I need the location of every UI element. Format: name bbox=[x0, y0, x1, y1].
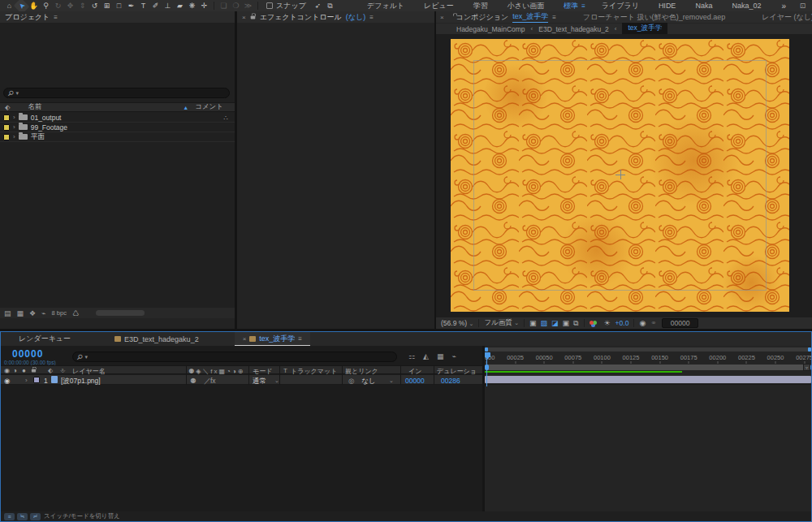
project-row[interactable]: ›平面 bbox=[0, 132, 235, 142]
time-navigator[interactable] bbox=[485, 347, 811, 352]
puppet-pin-tool-icon[interactable]: ✛ bbox=[198, 1, 210, 11]
flowchart-tab[interactable]: フローチャート 扱い(鮮や色)_removed.aep bbox=[583, 12, 726, 23]
comp-marker-button[interactable]: ▿ bbox=[803, 364, 810, 371]
frame-blending-icon[interactable]: ▦ bbox=[437, 352, 444, 360]
timeline-toggle-icon[interactable]: ≒ bbox=[17, 513, 28, 520]
resolution-dropdown[interactable]: フル画質 ⌄ bbox=[484, 318, 519, 328]
item-label-swatch[interactable] bbox=[3, 124, 10, 131]
project-row[interactable]: ›01_output∴ bbox=[0, 113, 235, 123]
composition-tab-label[interactable]: コンポジション bbox=[456, 12, 508, 23]
lock-column-icon[interactable] bbox=[32, 369, 36, 373]
magnification-dropdown[interactable]: (56.9 %) ⌄ bbox=[441, 319, 473, 327]
workspace-tab-ライブラリ[interactable]: ライブラリ bbox=[592, 1, 649, 11]
solo-column-icon[interactable]: ● bbox=[22, 367, 26, 374]
layer-duration-bar[interactable] bbox=[485, 376, 811, 383]
channel-color-icon[interactable] bbox=[590, 320, 599, 326]
close-icon[interactable]: × bbox=[243, 335, 247, 343]
mask-feather-tool-icon[interactable]: ❏ bbox=[218, 1, 230, 11]
snap-options-icon[interactable]: ➶ bbox=[312, 0, 324, 11]
render-queue-tab[interactable]: レンダーキュー bbox=[11, 332, 79, 346]
breadcrumb-item[interactable]: E3D_text_hadegaku_2 bbox=[538, 25, 609, 33]
exposure-icon[interactable]: ☀ bbox=[604, 319, 611, 327]
number-column-icon[interactable]: ⎀ bbox=[60, 367, 65, 375]
workspace-tab-小さい画面[interactable]: 小さい画面 bbox=[498, 1, 554, 11]
workspace-tab-Naka_02[interactable]: Naka_02 bbox=[722, 2, 771, 10]
comp-tab-tex[interactable]: × tex_波手学 ≡ bbox=[235, 332, 310, 346]
project-panel-title[interactable]: プロジェクト bbox=[5, 12, 50, 23]
zoom-tool-icon[interactable]: ⚲ bbox=[40, 1, 52, 11]
text-tool-icon[interactable]: T bbox=[137, 1, 149, 11]
comp-mini-flowchart-icon[interactable]: ⚏ bbox=[408, 352, 415, 360]
timeline-search-input[interactable]: ⚲ ▾ bbox=[72, 352, 397, 362]
motion-blur-icon[interactable]: ⌁ bbox=[452, 352, 456, 360]
comp-tab-e3d[interactable]: E3D_text_hadegaku_2 bbox=[106, 332, 207, 346]
panel-menu-icon[interactable]: ≡ bbox=[552, 14, 556, 21]
mask-visibility-icon[interactable]: ◪ bbox=[551, 319, 559, 328]
search-options-icon[interactable]: ▾ bbox=[16, 90, 19, 97]
layer-duration-value[interactable]: 00286 bbox=[441, 377, 460, 385]
expand-chevron-icon[interactable]: › bbox=[13, 133, 15, 140]
composition-viewer[interactable] bbox=[436, 34, 812, 317]
blend-mode-dropdown[interactable]: 通常 bbox=[253, 377, 266, 386]
layer-expand-chevron[interactable]: › bbox=[25, 377, 28, 384]
parent-pickwhip-icon[interactable]: ◎ bbox=[348, 377, 354, 385]
timeline-toggle-icon[interactable]: ≡ bbox=[4, 513, 15, 520]
composition-tab-comp-name[interactable]: tex_波手学 bbox=[512, 11, 548, 23]
view-layout-icon[interactable]: ⧉ bbox=[573, 319, 578, 328]
always-preview-icon[interactable]: ▣ bbox=[529, 319, 537, 328]
project-row[interactable]: ›99_Footage bbox=[0, 123, 235, 132]
work-area-bar[interactable] bbox=[485, 365, 811, 370]
color-settings-icon[interactable]: ❖ bbox=[29, 309, 36, 317]
brush-tool-icon[interactable]: ✐ bbox=[149, 1, 162, 11]
effect-controls-title[interactable]: エフェクトコントロール bbox=[260, 12, 342, 23]
workspace-tab-レビュー[interactable]: レビュー bbox=[414, 1, 464, 11]
region-of-interest-icon[interactable]: ▣ bbox=[563, 319, 570, 328]
pan-camera-tool-icon[interactable]: ✥ bbox=[64, 1, 76, 11]
close-icon[interactable]: × bbox=[440, 14, 444, 21]
item-label-swatch[interactable] bbox=[3, 114, 10, 121]
name-column-header[interactable]: 名前 bbox=[28, 102, 42, 112]
grid-guides-icon[interactable]: ⧉ bbox=[324, 1, 336, 11]
item-label-swatch[interactable] bbox=[3, 134, 10, 140]
lock-icon[interactable] bbox=[250, 15, 255, 19]
switches-modes-toggle-button[interactable]: スイッチ/モードを切り替え bbox=[44, 512, 120, 520]
clone-stamp-tool-icon[interactable]: ⊥ bbox=[162, 1, 174, 11]
label-column-icon[interactable]: ⬖ bbox=[48, 367, 53, 374]
workspace-tab-HIDE[interactable]: HIDE bbox=[649, 2, 686, 10]
trash-icon[interactable]: ♺ bbox=[72, 309, 79, 317]
layer-name[interactable]: [波07p1.png] bbox=[61, 377, 101, 386]
workspace-search-icon[interactable]: ⊡ bbox=[797, 1, 809, 11]
layer-visibility-icon[interactable]: ◉ bbox=[4, 377, 10, 385]
workspace-tab-デフォルト[interactable]: デフォルト bbox=[357, 1, 414, 11]
time-ruler[interactable]: 0000000025000500007500100001250015000175… bbox=[485, 352, 811, 364]
effects-switch-icon[interactable]: fx bbox=[210, 377, 216, 385]
new-folder-icon[interactable]: ▦ bbox=[17, 309, 24, 317]
panel-menu-icon[interactable]: ≡ bbox=[54, 14, 58, 21]
layer-in-value[interactable]: 00000 bbox=[405, 377, 425, 385]
vertex-tool-icon[interactable]: ❍ bbox=[230, 1, 242, 11]
dolly-camera-tool-icon[interactable]: ⇕ bbox=[76, 1, 89, 11]
video-column-icon[interactable]: ◉ bbox=[4, 367, 10, 374]
comment-column-header[interactable]: コメント bbox=[195, 102, 223, 112]
composition-canvas[interactable] bbox=[451, 39, 789, 312]
expand-chevron-icon[interactable]: › bbox=[13, 123, 15, 131]
breadcrumb-item[interactable]: Hadegaku_MainComp bbox=[456, 25, 525, 33]
audio-column-icon[interactable]: ◑ bbox=[13, 367, 17, 374]
layer-label-swatch[interactable] bbox=[33, 377, 40, 383]
panel-menu-icon[interactable]: ≡ bbox=[298, 335, 302, 343]
navigator-end-handle[interactable] bbox=[808, 347, 811, 352]
shape-tool-icon[interactable]: □ bbox=[113, 1, 125, 11]
matte-t-column-header[interactable]: T bbox=[283, 367, 287, 374]
workspace-menu-icon[interactable]: ≡ bbox=[581, 2, 592, 10]
workspace-tab-Naka[interactable]: Naka bbox=[685, 2, 722, 10]
navigator-start-handle[interactable] bbox=[485, 347, 488, 352]
horizontal-scrollbar[interactable] bbox=[96, 310, 145, 316]
transparency-grid-icon[interactable]: ▨ bbox=[541, 319, 548, 328]
pan-behind-tool-icon[interactable]: ⊞ bbox=[101, 1, 113, 11]
sort-ascending-icon[interactable]: ▲ bbox=[183, 105, 188, 110]
timeline-toggle-icon[interactable]: ≓ bbox=[30, 513, 41, 520]
eraser-tool-icon[interactable]: ▰ bbox=[174, 1, 186, 11]
draft-3d-icon[interactable]: ◭ bbox=[423, 352, 429, 360]
panel-menu-icon[interactable]: ≡ bbox=[369, 14, 374, 21]
exposure-value[interactable]: +0.0 bbox=[615, 319, 629, 327]
